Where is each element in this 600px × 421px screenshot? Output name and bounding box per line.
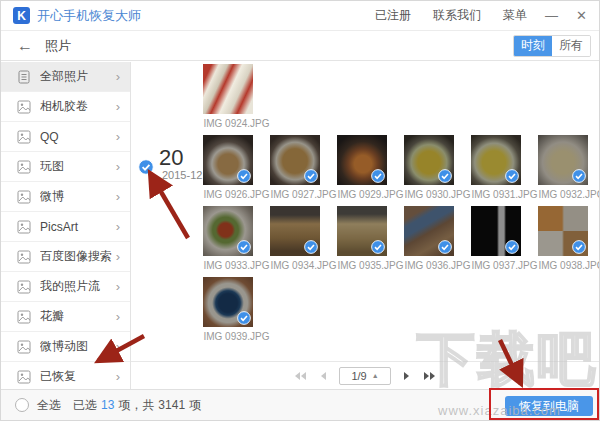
selected-check-icon[interactable] — [237, 240, 251, 254]
photo-thumbnail[interactable] — [538, 206, 588, 256]
sidebar-item-label: QQ — [40, 130, 116, 144]
photo-cell: IMG 0938.JPG — [538, 206, 599, 277]
registered-link[interactable]: 已注册 — [375, 7, 411, 24]
photo-row: IMG 0933.JPGIMG 0934.JPGIMG 0935.JPGIMG … — [131, 206, 599, 277]
toolbar: ← 照片 时刻 所有 — [1, 31, 599, 61]
image-icon — [17, 310, 31, 324]
chevron-right-icon: › — [116, 309, 120, 324]
view-tab-group: 时刻 所有 — [513, 35, 591, 57]
photo-thumbnail[interactable] — [471, 135, 521, 185]
photo-cell: IMG 0930.JPG — [404, 135, 471, 206]
photo-thumbnail[interactable] — [203, 277, 253, 327]
tab-moments[interactable]: 时刻 — [514, 36, 552, 56]
select-all-label[interactable]: 全选 — [37, 397, 61, 414]
selected-check-icon[interactable] — [438, 240, 452, 254]
photo-cell: IMG 0929.JPG — [337, 135, 404, 206]
first-page-icon[interactable] — [294, 371, 307, 381]
chevron-right-icon: › — [116, 249, 120, 264]
sidebar: 全部照片›相机胶卷›QQ›玩图›微博›PicsArt›百度图像搜索›我的照片流›… — [1, 62, 131, 389]
photo-cell: IMG 0937.JPG — [471, 206, 538, 277]
selected-check-icon[interactable] — [572, 240, 586, 254]
selected-check-icon[interactable] — [371, 169, 385, 183]
selected-check-icon[interactable] — [505, 169, 519, 183]
image-icon — [17, 190, 31, 204]
sidebar-item[interactable]: 花瓣› — [1, 302, 130, 332]
sidebar-item[interactable]: 玩图› — [1, 152, 130, 182]
photo-filename: IMG 0934.JPG — [270, 260, 337, 271]
selected-check-icon[interactable] — [304, 169, 318, 183]
photo-thumbnail[interactable] — [404, 206, 454, 256]
selected-check-icon[interactable] — [505, 240, 519, 254]
sidebar-item[interactable]: 我的照片流› — [1, 272, 130, 302]
photo-filename: IMG 0929.JPG — [337, 189, 404, 200]
select-all-checkbox[interactable] — [15, 398, 29, 412]
sidebar-item[interactable]: 微博动图› — [1, 332, 130, 362]
sidebar-item[interactable]: 相机胶卷› — [1, 92, 130, 122]
photo-thumbnail[interactable] — [203, 64, 253, 114]
selected-check-icon[interactable] — [304, 240, 318, 254]
photo-cell: IMG 0939.JPG — [203, 277, 270, 348]
sidebar-item[interactable]: PicsArt› — [1, 212, 130, 242]
image-icon — [17, 280, 31, 294]
sidebar-item[interactable]: 微博› — [1, 182, 130, 212]
photo-cell: IMG 0934.JPG — [270, 206, 337, 277]
last-page-icon[interactable] — [423, 371, 436, 381]
chevron-right-icon: › — [116, 189, 120, 204]
photo-cell: IMG 0935.JPG — [337, 206, 404, 277]
menu-link[interactable]: 菜单 — [503, 7, 527, 24]
recover-to-computer-button[interactable]: 恢复到电脑 — [505, 396, 593, 416]
date-group-day: 20 — [159, 145, 183, 171]
photo-thumbnail[interactable] — [471, 206, 521, 256]
contact-us-link[interactable]: 联系我们 — [433, 7, 481, 24]
page-number-input[interactable]: 1/9 ▲ — [339, 367, 391, 385]
selected-check-icon[interactable] — [371, 240, 385, 254]
sidebar-item[interactable]: 百度图像搜索› — [1, 242, 130, 272]
sidebar-item-label: 花瓣 — [40, 308, 116, 325]
photo-filename: IMG 0931.JPG — [471, 189, 538, 200]
photo-thumbnail[interactable] — [404, 135, 454, 185]
photo-cell: IMG 0924.JPG — [203, 64, 270, 135]
selected-check-icon[interactable] — [438, 169, 452, 183]
main-panel: IMG 0924.JPG202015-12IMG 0926.JPGIMG 092… — [131, 62, 599, 389]
photo-row: IMG 0939.JPG — [131, 277, 599, 348]
page-spinner-icon[interactable]: ▲ — [372, 372, 379, 379]
photo-filename: IMG 0939.JPG — [203, 331, 270, 342]
photo-thumbnail[interactable] — [270, 206, 320, 256]
next-page-icon[interactable] — [403, 371, 411, 381]
prev-page-icon[interactable] — [319, 371, 327, 381]
back-arrow-icon[interactable]: ← — [17, 38, 33, 54]
photo-thumbnail[interactable] — [203, 135, 253, 185]
photo-filename: IMG 0932.JPG — [538, 189, 599, 200]
date-group-check-icon[interactable] — [138, 159, 154, 175]
close-icon[interactable]: ✕ — [576, 9, 587, 22]
selected-label: 已选 — [73, 397, 97, 414]
image-icon — [17, 370, 31, 384]
selected-check-icon[interactable] — [237, 169, 251, 183]
photo-cell: IMG 0931.JPG — [471, 135, 538, 206]
photo-thumbnail[interactable] — [538, 135, 588, 185]
minimize-icon[interactable]: — — [545, 9, 558, 22]
selected-check-icon[interactable] — [572, 169, 586, 183]
photo-thumbnail[interactable] — [337, 206, 387, 256]
image-icon — [17, 130, 31, 144]
app-window: K 开心手机恢复大师 已注册 联系我们 菜单 — ✕ ← 照片 时刻 所有 全部… — [0, 0, 600, 421]
titlebar: K 开心手机恢复大师 已注册 联系我们 菜单 — ✕ — [1, 1, 599, 31]
tab-all[interactable]: 所有 — [552, 36, 590, 56]
photo-thumbnail[interactable] — [270, 135, 320, 185]
image-icon — [17, 250, 31, 264]
sidebar-item-label: 微博动图 — [40, 338, 116, 355]
photo-thumbnail[interactable] — [337, 135, 387, 185]
total-count: 3141 — [158, 398, 185, 412]
selected-check-icon[interactable] — [237, 311, 251, 325]
sidebar-item[interactable]: QQ› — [1, 122, 130, 152]
page-title: 照片 — [45, 37, 71, 55]
sidebar-item-label: PicsArt — [40, 220, 116, 234]
sidebar-item-label: 百度图像搜索 — [40, 248, 116, 265]
photo-filename: IMG 0935.JPG — [337, 260, 404, 271]
image-icon — [17, 100, 31, 114]
sidebar-item[interactable]: 全部照片› — [1, 62, 130, 92]
photo-thumbnail[interactable] — [203, 206, 253, 256]
photo-filename: IMG 0924.JPG — [203, 118, 270, 129]
sidebar-item[interactable]: 已恢复› — [1, 362, 130, 392]
photo-filename: IMG 0926.JPG — [203, 189, 270, 200]
